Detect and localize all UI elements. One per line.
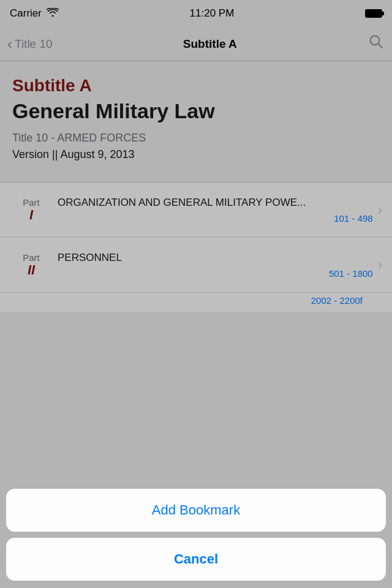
add-bookmark-button[interactable]: Add Bookmark: [6, 489, 386, 532]
action-sheet: Add Bookmark Cancel: [0, 489, 392, 588]
cancel-button[interactable]: Cancel: [6, 538, 386, 581]
